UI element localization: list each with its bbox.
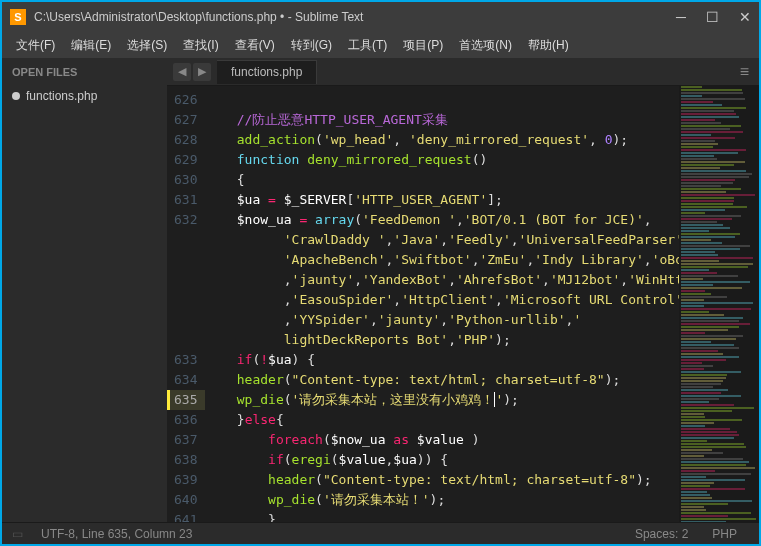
close-button[interactable]: ✕ bbox=[739, 9, 751, 25]
status-lang[interactable]: PHP bbox=[700, 527, 749, 541]
console-icon[interactable]: ▭ bbox=[12, 527, 23, 541]
open-files-header: OPEN FILES bbox=[2, 58, 167, 86]
maximize-button[interactable]: ☐ bbox=[706, 9, 719, 25]
sidebar: functions.php bbox=[2, 86, 167, 522]
tab-bar: OPEN FILES ◀ ▶ functions.php ≡ bbox=[2, 58, 759, 86]
menu-edit[interactable]: 编辑(E) bbox=[63, 37, 119, 54]
menu-file[interactable]: 文件(F) bbox=[8, 37, 63, 54]
status-position[interactable]: UTF-8, Line 635, Column 23 bbox=[29, 527, 204, 541]
code-area[interactable]: //防止恶意HTTP_USER_AGENT采集 add_action('wp_h… bbox=[205, 86, 679, 522]
menu-project[interactable]: 项目(P) bbox=[395, 37, 451, 54]
app-window: S C:\Users\Administrator\Desktop\functio… bbox=[0, 0, 761, 546]
titlebar: S C:\Users\Administrator\Desktop\functio… bbox=[2, 2, 759, 32]
nav-back-icon[interactable]: ◀ bbox=[173, 63, 191, 81]
menu-tools[interactable]: 工具(T) bbox=[340, 37, 395, 54]
app-icon: S bbox=[10, 9, 26, 25]
status-spaces[interactable]: Spaces: 2 bbox=[623, 527, 700, 541]
open-file-item[interactable]: functions.php bbox=[2, 86, 167, 106]
menu-goto[interactable]: 转到(G) bbox=[283, 37, 340, 54]
open-file-label: functions.php bbox=[26, 89, 97, 103]
modified-dot-icon bbox=[12, 92, 20, 100]
tab-functions[interactable]: functions.php bbox=[217, 60, 317, 84]
window-title: C:\Users\Administrator\Desktop\functions… bbox=[34, 10, 676, 24]
menu-prefs[interactable]: 首选项(N) bbox=[451, 37, 520, 54]
line-gutter: 626627628629630631632 633634635636637638… bbox=[167, 86, 205, 522]
menu-select[interactable]: 选择(S) bbox=[119, 37, 175, 54]
menu-view[interactable]: 查看(V) bbox=[227, 37, 283, 54]
editor[interactable]: 626627628629630631632 633634635636637638… bbox=[167, 86, 759, 522]
menu-find[interactable]: 查找(I) bbox=[175, 37, 226, 54]
menubar: 文件(F) 编辑(E) 选择(S) 查找(I) 查看(V) 转到(G) 工具(T… bbox=[2, 32, 759, 58]
statusbar: ▭ UTF-8, Line 635, Column 23 Spaces: 2 P… bbox=[2, 522, 759, 544]
hamburger-icon[interactable]: ≡ bbox=[730, 63, 759, 81]
nav-forward-icon[interactable]: ▶ bbox=[193, 63, 211, 81]
menu-help[interactable]: 帮助(H) bbox=[520, 37, 577, 54]
minimap[interactable] bbox=[679, 86, 759, 522]
body-area: functions.php 626627628629630631632 6336… bbox=[2, 86, 759, 522]
minimize-button[interactable]: ─ bbox=[676, 9, 686, 25]
